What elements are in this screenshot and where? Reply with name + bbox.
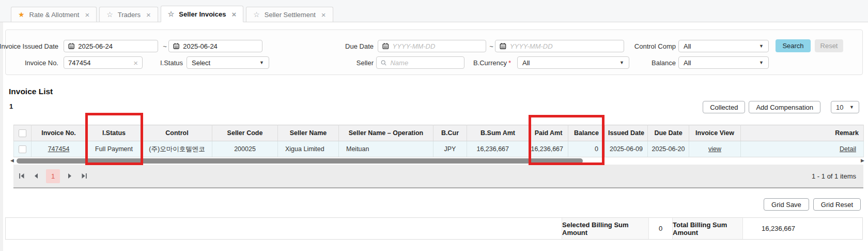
tab-bar: ★ Rate & Allotment × ☆ Traders × ☆ Selle…	[0, 0, 868, 22]
tab-label: Traders	[118, 11, 141, 19]
search-icon	[381, 60, 386, 66]
tab-rate-allotment[interactable]: ★ Rate & Allotment ×	[11, 7, 97, 22]
invoice-no-field[interactable]: ×	[64, 56, 143, 69]
grid-settings-actions: Grid Save Grid Reset	[764, 198, 861, 211]
select-all-cell	[14, 125, 32, 141]
select-all-checkbox[interactable]	[19, 129, 26, 137]
selected-billing-sum-value: 0	[648, 218, 672, 239]
horizontal-scrollbar[interactable]: ◀ ▶	[13, 157, 863, 165]
collected-button[interactable]: Collected	[703, 101, 745, 113]
row-select-cell	[14, 141, 32, 157]
due-date-from-field[interactable]	[378, 40, 486, 52]
control-comp-value: All	[684, 42, 691, 50]
b-currency-label: B.Currency *	[450, 56, 511, 69]
grid-reset-button[interactable]: Grid Reset	[813, 198, 861, 211]
result-count: 1	[9, 102, 13, 110]
i-status-label: I.Status	[156, 56, 183, 69]
scrollbar-thumb[interactable]	[17, 158, 583, 164]
col-paid-amt: Paid Amt	[529, 125, 568, 141]
row-checkbox[interactable]	[19, 145, 26, 153]
invoice-issued-date-from-input[interactable]	[78, 42, 153, 50]
filter-panel: Invoice Issued Date ~ Due Date ~ Control…	[5, 29, 863, 75]
cell-invoice-no: 747454	[32, 141, 86, 157]
next-page-icon[interactable]	[65, 171, 74, 181]
col-i-status: I.Status	[86, 125, 142, 141]
col-invoice-no: Invoice No.	[32, 125, 86, 141]
first-page-icon[interactable]	[17, 171, 26, 181]
tab-seller-settlement[interactable]: ☆ Seller Settlement ×	[246, 7, 333, 22]
page-size-value: 10	[836, 104, 843, 111]
favorite-star-icon[interactable]: ☆	[253, 11, 260, 18]
page-size-select[interactable]: 10 ▼	[831, 101, 859, 113]
control-comp-select[interactable]: All ▼	[678, 40, 769, 52]
invoice-no-link[interactable]: 747454	[48, 145, 70, 153]
grid-save-button[interactable]: Grid Save	[764, 198, 809, 211]
col-due-date: Due Date	[648, 125, 689, 141]
col-seller-code: Seller Code	[212, 125, 278, 141]
left-gutter	[0, 22, 3, 251]
required-asterisk: *	[508, 59, 511, 67]
close-icon[interactable]: ×	[85, 10, 89, 19]
reset-button[interactable]: Reset	[815, 39, 843, 52]
seller-name-input[interactable]	[390, 59, 460, 67]
chevron-down-icon: ▼	[849, 105, 854, 110]
add-compensation-button[interactable]: Add Compensation	[749, 101, 820, 113]
search-button[interactable]: Search	[776, 39, 811, 52]
cell-i-status: Full Payment	[86, 141, 142, 157]
cell-b-cur: JPY	[433, 141, 467, 157]
clear-icon[interactable]: ×	[133, 59, 138, 67]
date-range-separator: ~	[488, 40, 495, 52]
due-date-from-input[interactable]	[393, 42, 482, 50]
cell-seller-name: Xigua Limited	[278, 141, 339, 157]
tab-seller-invoices[interactable]: ☆ Seller Invoices ×	[161, 6, 243, 22]
chevron-down-icon: ▼	[259, 60, 264, 65]
cell-remark: Detail	[741, 141, 864, 157]
cell-control: (주)오마이호텔엔코	[142, 141, 212, 157]
balance-label: Balance	[621, 56, 676, 69]
scroll-right-icon[interactable]: ▶	[861, 158, 864, 163]
col-remark: Remark	[741, 125, 864, 141]
close-icon[interactable]: ×	[146, 10, 151, 19]
control-comp-label: Control Comp	[569, 40, 676, 52]
col-seller-name-operation: Seller Name – Operation	[339, 125, 433, 141]
detail-link[interactable]: Detail	[840, 145, 856, 153]
current-page[interactable]: 1	[46, 169, 60, 183]
scroll-left-icon[interactable]: ◀	[10, 158, 14, 163]
chevron-down-icon: ▼	[759, 43, 764, 49]
view-link[interactable]: view	[708, 145, 721, 153]
table-row[interactable]: 747454 Full Payment (주)오마이호텔엔코 200025 Xi…	[14, 141, 864, 157]
table-header-row: Invoice No. I.Status Control Seller Code…	[14, 125, 864, 141]
total-billing-sum-label: Total Billing Sum Amount	[672, 218, 742, 239]
list-actions: Collected Add Compensation 10 ▼	[703, 101, 859, 113]
cell-balance: 0	[568, 141, 605, 157]
favorite-star-icon[interactable]: ★	[18, 11, 25, 18]
prev-page-icon[interactable]	[32, 171, 41, 181]
invoice-no-input[interactable]	[68, 59, 130, 67]
page-title: Invoice List	[9, 87, 53, 96]
col-seller-name: Seller Name	[278, 125, 339, 141]
invoice-issued-date-label: Invoice Issued Date	[6, 40, 58, 52]
balance-value: All	[684, 59, 691, 67]
last-page-icon[interactable]	[80, 171, 89, 181]
invoice-issued-date-to-field[interactable]	[168, 40, 262, 52]
cell-invoice-view: view	[689, 141, 741, 157]
col-b-sum-amt: B.Sum Amt	[467, 125, 529, 141]
col-b-cur: B.Cur	[433, 125, 467, 141]
cell-b-sum-amt: 16,236,667	[467, 141, 529, 157]
invoice-issued-date-from-field[interactable]	[64, 40, 158, 52]
balance-select[interactable]: All ▼	[678, 56, 769, 69]
favorite-star-icon[interactable]: ☆	[106, 11, 113, 18]
col-invoice-view: Invoice View	[689, 125, 741, 141]
i-status-select[interactable]: Select ▼	[187, 56, 269, 69]
i-status-value: Select	[192, 59, 210, 67]
favorite-star-icon[interactable]: ☆	[168, 10, 175, 18]
invoice-issued-date-to-input[interactable]	[183, 42, 258, 50]
tab-traders[interactable]: ☆ Traders ×	[99, 7, 158, 22]
invoice-no-label: Invoice No.	[6, 56, 58, 69]
calendar-icon	[173, 42, 179, 50]
calendar-icon	[382, 42, 389, 50]
close-icon[interactable]: ×	[321, 10, 326, 19]
b-currency-select[interactable]: All ▼	[517, 56, 629, 69]
cell-due-date: 2025-06-20	[648, 141, 689, 157]
close-icon[interactable]: ×	[231, 10, 236, 19]
